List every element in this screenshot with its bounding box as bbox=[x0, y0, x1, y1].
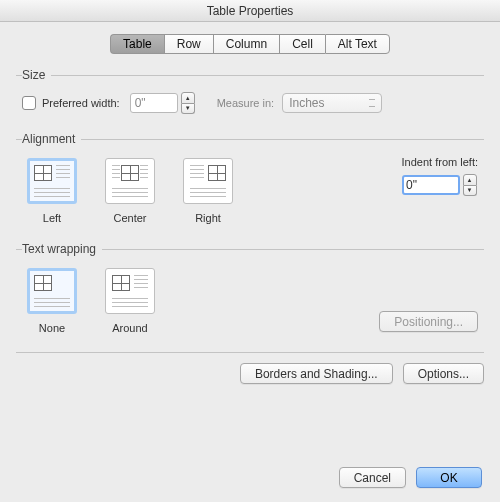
wrap-around-option[interactable] bbox=[105, 268, 155, 314]
window-title: Table Properties bbox=[0, 0, 500, 22]
align-left-label: Left bbox=[22, 212, 82, 224]
tab-alttext[interactable]: Alt Text bbox=[325, 34, 390, 54]
wrapping-legend: Text wrapping bbox=[22, 242, 102, 256]
options-button[interactable]: Options... bbox=[403, 363, 484, 384]
stepper-up-icon[interactable]: ▲ bbox=[463, 174, 477, 186]
measure-in-label: Measure in: bbox=[217, 97, 274, 109]
wrap-around-label: Around bbox=[100, 322, 160, 334]
measure-in-select[interactable]: Inches bbox=[282, 93, 382, 113]
align-right-label: Right bbox=[178, 212, 238, 224]
size-group: Size Preferred width: 0" ▲ ▼ Measure in:… bbox=[16, 68, 484, 120]
wrap-none-option[interactable] bbox=[27, 268, 77, 314]
alignment-legend: Alignment bbox=[22, 132, 81, 146]
wrap-none-label: None bbox=[22, 322, 82, 334]
alignment-group: Alignment Left bbox=[16, 132, 484, 230]
align-right-option[interactable] bbox=[183, 158, 233, 204]
tab-table[interactable]: Table bbox=[110, 34, 164, 54]
stepper-down-icon[interactable]: ▼ bbox=[181, 104, 195, 115]
stepper-up-icon[interactable]: ▲ bbox=[181, 92, 195, 104]
indent-label: Indent from left: bbox=[402, 156, 478, 168]
preferred-width-input[interactable]: 0" bbox=[130, 93, 178, 113]
preferred-width-label: Preferred width: bbox=[42, 97, 120, 109]
tab-cell[interactable]: Cell bbox=[279, 34, 325, 54]
align-left-option[interactable] bbox=[27, 158, 77, 204]
preferred-width-stepper[interactable]: ▲ ▼ bbox=[181, 92, 195, 114]
stepper-down-icon[interactable]: ▼ bbox=[463, 186, 477, 197]
cancel-button[interactable]: Cancel bbox=[339, 467, 406, 488]
align-center-label: Center bbox=[100, 212, 160, 224]
align-center-option[interactable] bbox=[105, 158, 155, 204]
tab-row[interactable]: Row bbox=[164, 34, 213, 54]
preferred-width-checkbox[interactable] bbox=[22, 96, 36, 110]
tab-column[interactable]: Column bbox=[213, 34, 279, 54]
wrapping-group: Text wrapping None bbox=[16, 242, 484, 340]
size-legend: Size bbox=[22, 68, 51, 82]
ok-button[interactable]: OK bbox=[416, 467, 482, 488]
indent-input[interactable]: 0" bbox=[402, 175, 460, 195]
indent-stepper[interactable]: ▲ ▼ bbox=[463, 174, 477, 196]
tab-bar: Table Row Column Cell Alt Text bbox=[16, 34, 484, 54]
separator bbox=[16, 352, 484, 353]
borders-shading-button[interactable]: Borders and Shading... bbox=[240, 363, 393, 384]
positioning-button: Positioning... bbox=[379, 311, 478, 332]
